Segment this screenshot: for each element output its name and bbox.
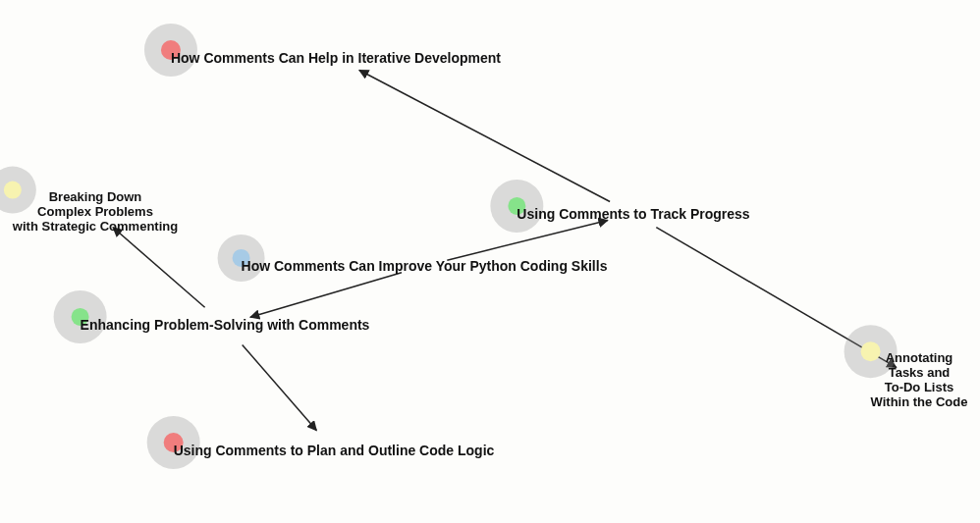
node-track-progress: Using Comments to Track Progress xyxy=(517,206,749,222)
node-annotating: Annotating Tasks and To-Do Lists Within … xyxy=(871,351,968,410)
node-plan: Using Comments to Plan and Outline Code … xyxy=(174,443,495,458)
node-label: Annotating Tasks and To-Do Lists Within … xyxy=(871,351,968,410)
edge xyxy=(113,228,205,307)
edge xyxy=(243,344,317,430)
node-breaking: Breaking Down Complex Problems with Stra… xyxy=(13,190,178,235)
node-label: Breaking Down Complex Problems with Stra… xyxy=(13,190,178,235)
node-label: Enhancing Problem-Solving with Comments xyxy=(81,317,370,333)
node-label: How Comments Can Improve Your Python Cod… xyxy=(242,258,608,274)
node-label: Using Comments to Plan and Outline Code … xyxy=(174,443,495,458)
node-label: How Comments Can Help in Iterative Devel… xyxy=(171,50,501,66)
node-label: Using Comments to Track Progress xyxy=(517,206,749,222)
diagram-canvas: How Comments Can Improve Your Python Cod… xyxy=(0,0,980,523)
node-iterative: How Comments Can Help in Iterative Devel… xyxy=(171,50,501,66)
node-root: How Comments Can Improve Your Python Cod… xyxy=(242,258,608,274)
edge xyxy=(250,273,402,318)
edge xyxy=(359,71,610,202)
node-enhancing: Enhancing Problem-Solving with Comments xyxy=(81,317,370,333)
